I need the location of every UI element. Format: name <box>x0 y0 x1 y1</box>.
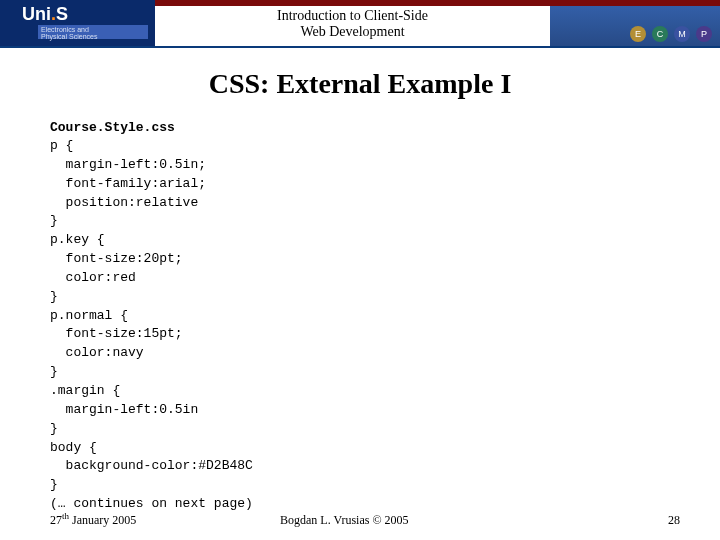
uni-logo-text: Uni.S <box>22 4 68 25</box>
date-day: 27 <box>50 513 62 527</box>
footer-author: Bogdan L. Vrusias © 2005 <box>280 513 409 528</box>
badge-e-icon: E <box>630 26 646 42</box>
footer-page-number: 28 <box>668 513 680 528</box>
dept-line2: Physical Sciences <box>41 33 145 40</box>
code-block: p { margin-left:0.5in; font-family:arial… <box>50 137 670 514</box>
slide-header: Uni.S Electronics and Physical Sciences … <box>0 0 720 46</box>
department-label: Electronics and Physical Sciences <box>38 25 148 39</box>
code-filename: Course.Style.css <box>50 120 670 135</box>
header-badge-row: E C M P <box>630 26 712 42</box>
date-rest: January 2005 <box>69 513 136 527</box>
badge-m-icon: M <box>674 26 690 42</box>
badge-p-icon: P <box>696 26 712 42</box>
uni-prefix: Uni <box>22 4 51 24</box>
course-line1: Introduction to Client-Side <box>155 8 550 24</box>
slide-title: CSS: External Example I <box>0 68 720 100</box>
header-right-banner: E C M P <box>550 6 720 46</box>
date-ordinal: th <box>62 511 69 521</box>
slide-content: Course.Style.css p { margin-left:0.5in; … <box>50 120 670 514</box>
course-line2: Web Development <box>155 24 550 40</box>
badge-c-icon: C <box>652 26 668 42</box>
dept-line1: Electronics and <box>41 26 145 33</box>
header-divider <box>0 46 720 48</box>
uni-suffix: S <box>56 4 68 24</box>
uni-logo-block: Uni.S Electronics and Physical Sciences <box>0 0 155 46</box>
course-title-block: Introduction to Client-Side Web Developm… <box>155 6 550 46</box>
footer-date: 27th January 2005 <box>50 511 136 528</box>
